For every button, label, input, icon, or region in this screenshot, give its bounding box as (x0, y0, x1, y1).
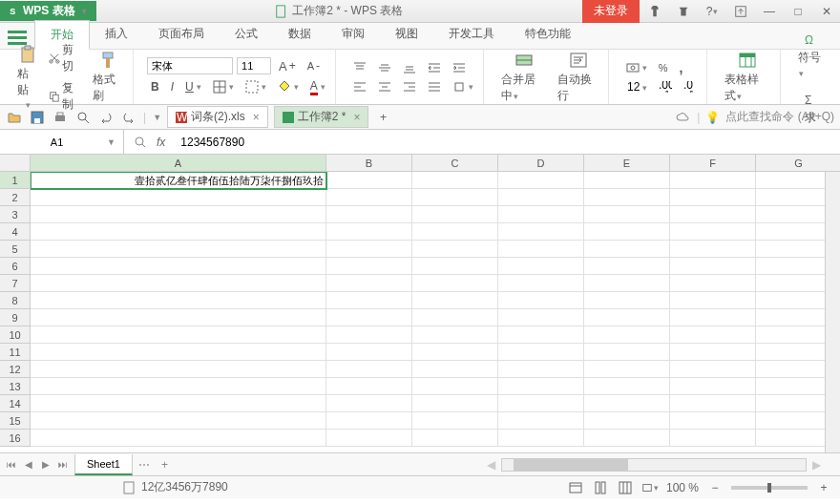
cell-B8[interactable] (326, 292, 412, 309)
sheet-nav-first-button[interactable]: ⏮ (4, 457, 19, 472)
row-header-9[interactable]: 9 (0, 309, 31, 326)
cell-A13[interactable] (31, 378, 326, 395)
cell-F15[interactable] (670, 412, 756, 430)
sheet-nav-prev-button[interactable]: ◀ (21, 457, 36, 472)
cell-D5[interactable] (498, 241, 584, 258)
align-right-button[interactable] (399, 78, 420, 95)
cell-B13[interactable] (326, 378, 412, 395)
wrap-text-button[interactable]: 自动换行 (554, 47, 601, 108)
cell-F2[interactable] (670, 189, 756, 206)
cell-F4[interactable] (670, 223, 756, 241)
view-page-button[interactable] (592, 479, 609, 496)
cell-C1[interactable] (412, 172, 498, 189)
font-size-select[interactable] (237, 57, 271, 74)
minimize-button[interactable]: — (756, 0, 783, 23)
cell-C8[interactable] (412, 292, 498, 309)
cell-C11[interactable] (412, 344, 498, 361)
align-bottom-button[interactable] (399, 59, 420, 76)
cell-C7[interactable] (412, 275, 498, 292)
indent-decrease-button[interactable] (424, 59, 445, 76)
cell-D12[interactable] (498, 361, 584, 378)
view-normal-button[interactable] (567, 479, 584, 496)
cell-E3[interactable] (584, 206, 670, 223)
cell-D7[interactable] (498, 275, 584, 292)
vertical-scrollbar[interactable] (825, 172, 840, 452)
cell-C12[interactable] (412, 361, 498, 378)
cell-F6[interactable] (670, 258, 756, 275)
cell-E11[interactable] (584, 344, 670, 361)
cell-B10[interactable] (326, 326, 412, 344)
cell-A5[interactable] (31, 241, 326, 258)
cell-E10[interactable] (584, 326, 670, 344)
close-icon[interactable]: × (253, 111, 260, 124)
cell-A7[interactable] (31, 275, 326, 292)
row-header-7[interactable]: 7 (0, 275, 31, 292)
cell-C9[interactable] (412, 309, 498, 326)
format-painter-button[interactable]: 格式刷 (89, 47, 127, 108)
orientation-button[interactable]: ▾ (449, 78, 477, 95)
bold-button[interactable]: B (147, 78, 163, 95)
merge-center-button[interactable]: 合并居中▾ (497, 47, 551, 108)
cell-style-button[interactable]: ▾ (242, 78, 270, 95)
cell-E1[interactable] (584, 172, 670, 189)
cells-area[interactable]: 壹拾贰亿叁仟肆佰伍拾陆万柒仟捌佰玖拾 (31, 172, 840, 447)
col-header-D[interactable]: D (498, 155, 584, 172)
font-name-select[interactable] (147, 57, 233, 74)
col-header-B[interactable]: B (326, 155, 412, 172)
cell-C15[interactable] (412, 412, 498, 430)
cell-E15[interactable] (584, 412, 670, 430)
cell-F3[interactable] (670, 206, 756, 223)
skin-icon[interactable] (641, 0, 668, 23)
cell-A14[interactable] (31, 395, 326, 412)
cell-C4[interactable] (412, 223, 498, 241)
row-header-15[interactable]: 15 (0, 412, 31, 430)
row-header-8[interactable]: 8 (0, 292, 31, 309)
cell-A6[interactable] (31, 258, 326, 275)
fx-search-icon[interactable] (132, 134, 149, 151)
row-header-14[interactable]: 14 (0, 395, 31, 412)
redo-button[interactable] (120, 109, 137, 126)
cell-F9[interactable] (670, 309, 756, 326)
print-preview-button[interactable] (74, 109, 92, 126)
cell-F10[interactable] (670, 326, 756, 344)
cell-D15[interactable] (498, 412, 584, 430)
cell-B7[interactable] (326, 275, 412, 292)
table-style-button[interactable]: 表格样式▾ (721, 47, 774, 108)
align-center-button[interactable] (374, 78, 395, 95)
cell-B5[interactable] (326, 241, 412, 258)
cell-C3[interactable] (412, 206, 498, 223)
cell-A15[interactable] (31, 412, 326, 430)
cell-A10[interactable] (31, 326, 326, 344)
cell-D3[interactable] (498, 206, 584, 223)
row-header-6[interactable]: 6 (0, 258, 31, 275)
sheet-menu-button[interactable]: ⋯ (133, 458, 156, 472)
cell-B4[interactable] (326, 223, 412, 241)
menu-审阅[interactable]: 审阅 (326, 20, 380, 49)
cell-C6[interactable] (412, 258, 498, 275)
cell-B9[interactable] (326, 309, 412, 326)
cell-F12[interactable] (670, 361, 756, 378)
decrease-decimal-button[interactable]: .0 (680, 79, 701, 96)
cell-reference-input[interactable] (8, 136, 106, 148)
comma-button[interactable]: , (676, 58, 687, 77)
fill-color-button[interactable]: ▾ (274, 78, 303, 95)
cell-B16[interactable] (326, 430, 412, 447)
cell-B6[interactable] (326, 258, 412, 275)
cell-B11[interactable] (326, 344, 412, 361)
cell-E12[interactable] (584, 361, 670, 378)
underline-button[interactable]: U▾ (181, 78, 205, 95)
cell-A2[interactable] (31, 189, 326, 206)
cell-F7[interactable] (670, 275, 756, 292)
menu-开发工具[interactable]: 开发工具 (433, 20, 510, 49)
cloud-icon[interactable] (674, 109, 691, 126)
doctab-1[interactable]: 工作簿2 * × (274, 106, 369, 128)
cell-F8[interactable] (670, 292, 756, 309)
col-header-C[interactable]: C (412, 155, 498, 172)
cell-E8[interactable] (584, 292, 670, 309)
login-button[interactable]: 未登录 (582, 0, 640, 23)
cell-D4[interactable] (498, 223, 584, 241)
save-button[interactable] (29, 109, 46, 126)
cell-C10[interactable] (412, 326, 498, 344)
menu-特色功能[interactable]: 特色功能 (510, 20, 586, 49)
help-hint-text[interactable]: 点此查找命令 (Alt+Q) (725, 109, 834, 125)
